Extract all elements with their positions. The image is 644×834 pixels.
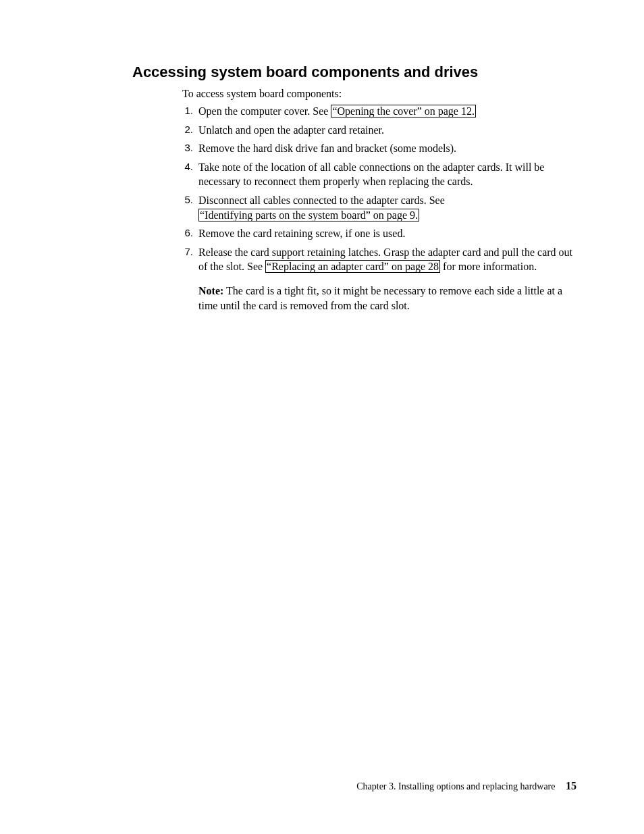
list-text: Unlatch and open the adapter card retain… [198,124,384,136]
note-label: Note: [198,285,223,296]
list-body: Take note of the location of all cable c… [198,160,576,189]
list-item: 4.Take note of the location of all cable… [182,160,576,189]
list-item: 6.Remove the card retaining screw, if on… [182,226,576,241]
cross-reference-link[interactable]: “Identifying parts on the system board” … [198,209,419,221]
list-body: Unlatch and open the adapter card retain… [198,123,576,138]
note-paragraph: Note: The card is a tight fit, so it mig… [198,284,576,313]
page-content: Accessing system board components and dr… [0,0,644,313]
list-marker: 3. [182,141,198,156]
list-text: Disconnect all cables connected to the a… [198,194,445,206]
list-text: Remove the hard disk drive fan and brack… [198,142,456,154]
list-item: 1.Open the computer cover. See “Opening … [182,104,576,119]
list-text: Open the computer cover. See [198,105,331,117]
list-marker: 4. [182,160,198,189]
list-marker: 6. [182,226,198,241]
list-body: Open the computer cover. See “Opening th… [198,104,576,119]
section-heading: Accessing system board components and dr… [132,63,576,81]
page-number: 15 [566,780,576,791]
ordered-list: 1.Open the computer cover. See “Opening … [182,104,576,313]
list-marker: 5. [182,193,198,222]
list-body: Release the card support retaining latch… [198,245,576,313]
list-item: 7.Release the card support retaining lat… [182,245,576,313]
intro-text: To access system board components: [182,88,576,100]
list-marker: 1. [182,104,198,119]
list-body: Disconnect all cables connected to the a… [198,193,576,222]
list-item: 5.Disconnect all cables connected to the… [182,193,576,222]
list-marker: 7. [182,245,198,313]
chapter-label: Chapter 3. Installing options and replac… [356,781,555,791]
cross-reference-link[interactable]: “Opening the cover” on page 12. [331,105,476,118]
list-item: 3.Remove the hard disk drive fan and bra… [182,141,576,156]
list-marker: 2. [182,123,198,138]
page-footer: Chapter 3. Installing options and replac… [356,780,576,792]
cross-reference-link[interactable]: “Replacing an adapter card” on page 28 [265,260,440,273]
list-body: Remove the hard disk drive fan and brack… [198,141,576,156]
list-text: Take note of the location of all cable c… [198,161,544,188]
list-text: Remove the card retaining screw, if one … [198,228,405,239]
list-text: for more information. [440,261,537,272]
list-body: Remove the card retaining screw, if one … [198,226,576,241]
note-text: The card is a tight fit, so it might be … [198,285,562,311]
list-item: 2.Unlatch and open the adapter card reta… [182,123,576,138]
